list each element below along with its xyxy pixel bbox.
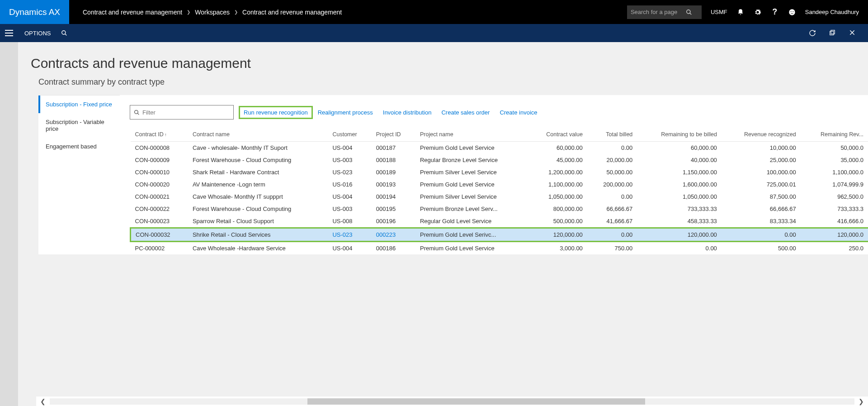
- contract-grid: Contract ID↑Contract nameCustomerProject…: [130, 128, 868, 254]
- cell: 0.00: [637, 242, 722, 255]
- cell: US-004: [328, 142, 371, 154]
- page-title: Contracts and revenue management: [18, 56, 868, 71]
- grid-header-row: Contract ID↑Contract nameCustomerProject…: [131, 128, 868, 142]
- refresh-icon[interactable]: [806, 29, 819, 37]
- cell: US-008: [328, 215, 371, 228]
- column-header[interactable]: Customer: [328, 128, 371, 142]
- breadcrumb-item[interactable]: Contract and revenue management: [242, 9, 342, 16]
- help-icon[interactable]: ?: [771, 8, 779, 16]
- breadcrumb-item[interactable]: Workspaces: [195, 9, 230, 16]
- cell: 3,000.00: [528, 242, 587, 255]
- smiley-icon[interactable]: [788, 8, 796, 16]
- table-row[interactable]: CON-000023Sparrow Retail - Cloud Support…: [131, 215, 868, 228]
- invoice-distribution-button[interactable]: Invoice distribution: [383, 109, 432, 116]
- cell: 000188: [372, 154, 415, 166]
- cell: 733,333.3: [801, 203, 868, 215]
- column-header[interactable]: Contract name: [188, 128, 328, 142]
- cell: 41,666.67: [587, 215, 637, 228]
- table-row[interactable]: CON-000020AV Maintenence -Logn termUS-01…: [131, 178, 868, 191]
- column-header[interactable]: Project ID: [372, 128, 415, 142]
- table-row[interactable]: CON-000009Forest Warehouse - Cloud Compu…: [131, 154, 868, 166]
- breadcrumb-item[interactable]: Contract and revenue management: [83, 9, 182, 16]
- column-header[interactable]: Revenue recognized: [722, 128, 801, 142]
- cell: 000186: [372, 242, 415, 255]
- create-sales-order-button[interactable]: Create sales order: [441, 109, 490, 116]
- hamburger-button[interactable]: [0, 24, 18, 42]
- cell: Forest Warehouse - Cloud Computing: [188, 203, 328, 215]
- cell: 000196: [372, 215, 415, 228]
- table-row[interactable]: CON-000010Shark Retail - Hardware Contra…: [131, 166, 868, 178]
- cell: AV Maintenence -Logn term: [188, 178, 328, 191]
- cell: 120,000.00: [528, 228, 587, 242]
- filter-box[interactable]: [130, 105, 234, 119]
- column-header[interactable]: Contract value: [528, 128, 587, 142]
- cell: 800,000.00: [528, 203, 587, 215]
- cell: US-003: [328, 203, 371, 215]
- scroll-thumb[interactable]: [307, 398, 646, 405]
- username-label[interactable]: Sandeep Chaudhury: [805, 9, 859, 15]
- workarea: Subscription - Fixed priceSubscription -…: [18, 95, 868, 254]
- table-row[interactable]: CON-000032Shrike Retail - Cloud Services…: [131, 228, 868, 242]
- svg-point-8: [61, 31, 65, 34]
- options-button[interactable]: OPTIONS: [18, 30, 57, 37]
- cell: 66,666.67: [587, 203, 637, 215]
- search-input[interactable]: [631, 9, 685, 15]
- grid-toolbar: Run revenue recognition Realignment proc…: [130, 105, 868, 119]
- table-row[interactable]: CON-000008Cave - wholesale- Monthly IT S…: [131, 142, 868, 154]
- column-header[interactable]: Total billed: [587, 128, 637, 142]
- gear-icon[interactable]: [754, 8, 762, 16]
- scroll-left-arrow[interactable]: ❮: [36, 398, 50, 405]
- cell: 1,150,000.00: [637, 166, 722, 178]
- cell: 60,000.00: [637, 142, 722, 154]
- scroll-track[interactable]: [50, 398, 854, 405]
- cell: US-023: [328, 228, 371, 242]
- cell: 000194: [372, 191, 415, 203]
- realignment-process-button[interactable]: Realignment process: [318, 109, 373, 116]
- chevron-right-icon: ❯: [234, 10, 238, 14]
- company-code[interactable]: USMF: [711, 9, 727, 15]
- close-icon[interactable]: [845, 29, 859, 37]
- column-header[interactable]: Contract ID↑: [131, 128, 188, 142]
- cell: Premium Bronze Level Serv...: [415, 203, 528, 215]
- cell: US-023: [328, 166, 371, 178]
- cell: 66,666.67: [722, 203, 801, 215]
- column-header[interactable]: Project name: [415, 128, 528, 142]
- side-tab[interactable]: Engagement based: [38, 138, 120, 155]
- column-header[interactable]: Remaining Rev...: [801, 128, 868, 142]
- cell: Premium Gold Level Service: [415, 242, 528, 255]
- horizontal-scrollbar[interactable]: ❮ ❯: [36, 396, 868, 406]
- scroll-right-arrow[interactable]: ❯: [854, 398, 868, 405]
- cell: 100,000.00: [722, 166, 801, 178]
- subtitle: Contract summary by contract type: [18, 77, 868, 87]
- side-tab[interactable]: Subscription - Variable price: [38, 113, 120, 138]
- table-row[interactable]: CON-000021Cave Whosale- Monthly IT suppp…: [131, 191, 868, 203]
- svg-line-9: [65, 34, 66, 36]
- cell: 000189: [372, 166, 415, 178]
- global-search[interactable]: [627, 5, 702, 19]
- chevron-right-icon: ❯: [187, 10, 190, 14]
- table-row[interactable]: PC-000002Cave Wholesale -Hardware Servic…: [131, 242, 868, 255]
- create-invoice-button[interactable]: Create invoice: [500, 109, 537, 116]
- filter-input[interactable]: [142, 109, 230, 116]
- column-header[interactable]: Remaining to be billed: [637, 128, 722, 142]
- side-tab[interactable]: Subscription - Fixed price: [38, 96, 120, 113]
- cell: 1,074,999.9: [801, 178, 868, 191]
- bell-icon[interactable]: [736, 8, 745, 16]
- search-icon[interactable]: [57, 30, 71, 36]
- cell: Premium Gold Level Serivc...: [415, 228, 528, 242]
- cell: 0.00: [722, 228, 801, 242]
- search-icon[interactable]: [685, 8, 693, 16]
- cell: 000195: [372, 203, 415, 215]
- svg-line-1: [690, 13, 692, 14]
- brand-logo[interactable]: Dynamics AX: [0, 0, 69, 24]
- popout-icon[interactable]: [826, 29, 839, 37]
- cell: 250.0: [801, 242, 868, 255]
- table-row[interactable]: CON-000022Forest Warehouse - Cloud Compu…: [131, 203, 868, 215]
- cell: Premium Silver Level Service: [415, 166, 528, 178]
- run-revenue-recognition-button[interactable]: Run revenue recognition: [239, 106, 313, 119]
- cell: 60,000.00: [528, 142, 587, 154]
- cell: Regular Bronze Level Service: [415, 154, 528, 166]
- cell: CON-000008: [131, 142, 188, 154]
- cell: US-004: [328, 191, 371, 203]
- cell: Regular Gold Level Service: [415, 215, 528, 228]
